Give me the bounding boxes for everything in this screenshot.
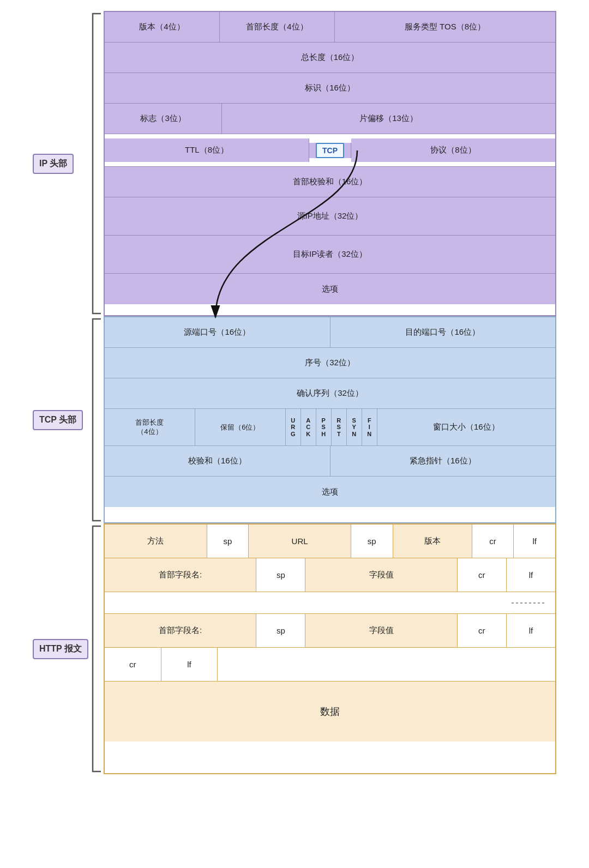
- ip-row-1: 版本（4位） 首部长度（4位） 服务类型 TOS（8位）: [105, 12, 555, 43]
- tcp-ack: 确认序列（32位）: [105, 378, 555, 408]
- ip-tos: 服务类型 TOS（8位）: [335, 12, 555, 42]
- ip-row-4: 标志（3位） 片偏移（13位）: [105, 104, 555, 134]
- ip-header-length: 首部长度（4位）: [220, 12, 335, 42]
- ip-row-9: 选项: [105, 274, 555, 304]
- ip-ttl: TTL（8位）: [105, 138, 309, 162]
- tcp-flag-urg: URG: [286, 409, 301, 445]
- tcp-label: TCP 头部: [33, 410, 83, 430]
- http-lf-4: lf: [161, 648, 218, 681]
- http-label-col: HTTP 报文: [33, 523, 87, 774]
- tcp-label-col: TCP 头部: [33, 316, 87, 523]
- http-lf-1: lf: [514, 525, 555, 558]
- tcp-bracket: [87, 316, 104, 523]
- http-lf-2: lf: [507, 558, 555, 592]
- tcp-flag-syn: SYN: [347, 409, 362, 445]
- ip-row-5: TTL（8位） TCP 协议（8位）: [105, 134, 555, 167]
- http-cr-3: cr: [458, 614, 507, 647]
- http-row-1: 方法 sp URL sp 版本 cr lf: [105, 525, 555, 558]
- http-cr-1: cr: [472, 525, 514, 558]
- http-cr-2: cr: [458, 558, 507, 592]
- ip-bracket-svg: [87, 11, 104, 316]
- http-dotted-row: [105, 592, 555, 614]
- tcp-row-5: 校验和（16位） 紧急指针（16位）: [105, 446, 555, 477]
- diagram-container: IP 头部 版本（4位） 首部长度（4位） 服务类型 TOS（8位） 总长度（1…: [33, 11, 556, 857]
- ip-row-8: 目标IP读者（32位）: [105, 236, 555, 274]
- tcp-flag-psh: PSH: [316, 409, 332, 445]
- ip-src-addr: 源IP地址（32位）: [105, 197, 555, 235]
- http-row-2: 首部字段名: sp 字段值 cr lf: [105, 558, 555, 592]
- ip-protocol: 协议（8位）: [351, 138, 555, 162]
- tcp-badge: TCP: [316, 143, 344, 158]
- http-row-4: cr lf: [105, 648, 555, 682]
- http-lf-3: lf: [507, 614, 555, 647]
- ip-version: 版本（4位）: [105, 12, 220, 42]
- tcp-row-3: 确认序列（32位）: [105, 378, 555, 409]
- ip-options: 选项: [105, 274, 555, 304]
- tcp-row-2: 序号（32位）: [105, 348, 555, 378]
- http-sp-4: sp: [256, 614, 305, 647]
- ip-flags: 标志（3位）: [105, 104, 222, 134]
- http-sp-3: sp: [256, 558, 305, 592]
- http-data: 数据: [105, 682, 555, 742]
- tcp-row-1: 源端口号（16位） 目的端口号（16位）: [105, 317, 555, 348]
- ip-content: 版本（4位） 首部长度（4位） 服务类型 TOS（8位） 总长度（16位） 标识…: [104, 11, 556, 316]
- http-version: 版本: [393, 525, 472, 558]
- tcp-flag-fin: FIN: [362, 409, 377, 445]
- tcp-options: 选项: [105, 477, 555, 507]
- http-row-5: 数据: [105, 682, 555, 742]
- ip-dst-addr: 目标IP读者（32位）: [105, 236, 555, 273]
- tcp-section-wrapper: TCP 头部 源端口号（16位） 目的端口号（16位） 序号（32位） 确认序列…: [33, 316, 556, 523]
- dotted-line-icon: [512, 600, 544, 606]
- ip-bracket: [87, 11, 104, 316]
- ip-label-col: IP 头部: [33, 11, 87, 316]
- ip-identification: 标识（16位）: [105, 73, 555, 103]
- http-row-3: 首部字段名: sp 字段值 cr lf: [105, 614, 555, 648]
- tcp-window: 窗口大小（16位）: [377, 409, 555, 445]
- tcp-reserved: 保留（6位）: [195, 409, 286, 445]
- tcp-seq: 序号（32位）: [105, 348, 555, 378]
- tcp-dst-port: 目的端口号（16位）: [330, 317, 556, 347]
- http-header-name-2: 首部字段名:: [105, 614, 256, 647]
- tcp-bracket-svg: [87, 316, 104, 523]
- tcp-urgent: 紧急指针（16位）: [330, 446, 556, 476]
- http-section-wrapper: HTTP 报文 方法 sp URL sp 版本 cr lf 首部字段名: sp …: [33, 523, 556, 774]
- tcp-data-offset: 首部长度（4位）: [105, 409, 195, 445]
- ip-row-3: 标识（16位）: [105, 73, 555, 104]
- ip-protocol-tcp-badge: TCP: [309, 143, 351, 158]
- tcp-src-port: 源端口号（16位）: [105, 317, 330, 347]
- http-bracket-svg: [87, 523, 104, 774]
- http-cr-4: cr: [105, 648, 161, 681]
- tcp-content: 源端口号（16位） 目的端口号（16位） 序号（32位） 确认序列（32位） 首…: [104, 316, 556, 523]
- tcp-row-6: 选项: [105, 477, 555, 507]
- ip-fragment-offset: 片偏移（13位）: [222, 104, 555, 134]
- ip-total-length: 总长度（16位）: [105, 43, 555, 73]
- http-content: 方法 sp URL sp 版本 cr lf 首部字段名: sp 字段值 cr l…: [104, 523, 556, 774]
- ip-section-wrapper: IP 头部 版本（4位） 首部长度（4位） 服务类型 TOS（8位） 总长度（1…: [33, 11, 556, 316]
- http-method: 方法: [105, 525, 207, 558]
- ip-row-6: 首部校验和（16位）: [105, 167, 555, 197]
- http-label: HTTP 报文: [33, 639, 88, 659]
- tcp-flag-rst: RST: [332, 409, 347, 445]
- http-field-value-1: 字段值: [305, 558, 457, 592]
- ip-label: IP 头部: [33, 154, 74, 174]
- http-url: URL: [249, 525, 351, 558]
- tcp-row-4: 首部长度（4位） 保留（6位） URG ACK PSH RST SYN FIN …: [105, 409, 555, 446]
- http-sp-2: sp: [351, 525, 393, 558]
- http-bracket: [87, 523, 104, 774]
- tcp-flag-ack: ACK: [301, 409, 316, 445]
- http-field-value-2: 字段值: [305, 614, 457, 647]
- tcp-checksum: 校验和（16位）: [105, 446, 330, 476]
- ip-row-2: 总长度（16位）: [105, 43, 555, 73]
- http-sp-1: sp: [207, 525, 249, 558]
- ip-row-7: 源IP地址（32位）: [105, 197, 555, 236]
- ip-header-checksum: 首部校验和（16位）: [105, 167, 555, 197]
- http-header-name-1: 首部字段名:: [105, 558, 256, 592]
